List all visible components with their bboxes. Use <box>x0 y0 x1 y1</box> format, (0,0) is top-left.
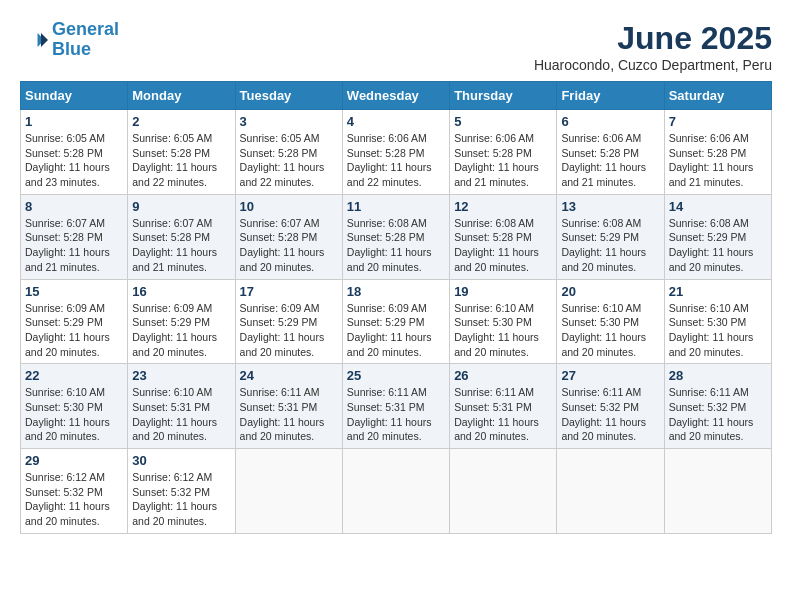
day-info: Sunrise: 6:11 AMSunset: 5:31 PMDaylight:… <box>347 385 445 444</box>
calendar-cell: 1Sunrise: 6:05 AMSunset: 5:28 PMDaylight… <box>21 110 128 195</box>
calendar-cell: 28Sunrise: 6:11 AMSunset: 5:32 PMDayligh… <box>664 364 771 449</box>
day-number: 25 <box>347 368 445 383</box>
day-info: Sunrise: 6:10 AMSunset: 5:30 PMDaylight:… <box>669 301 767 360</box>
calendar-cell <box>664 449 771 534</box>
calendar-cell: 22Sunrise: 6:10 AMSunset: 5:30 PMDayligh… <box>21 364 128 449</box>
day-number: 11 <box>347 199 445 214</box>
calendar-cell: 25Sunrise: 6:11 AMSunset: 5:31 PMDayligh… <box>342 364 449 449</box>
day-number: 9 <box>132 199 230 214</box>
day-info: Sunrise: 6:06 AMSunset: 5:28 PMDaylight:… <box>669 131 767 190</box>
day-info: Sunrise: 6:05 AMSunset: 5:28 PMDaylight:… <box>240 131 338 190</box>
day-number: 18 <box>347 284 445 299</box>
calendar-cell: 20Sunrise: 6:10 AMSunset: 5:30 PMDayligh… <box>557 279 664 364</box>
calendar-cell: 6Sunrise: 6:06 AMSunset: 5:28 PMDaylight… <box>557 110 664 195</box>
calendar-cell: 16Sunrise: 6:09 AMSunset: 5:29 PMDayligh… <box>128 279 235 364</box>
day-number: 7 <box>669 114 767 129</box>
calendar-cell: 7Sunrise: 6:06 AMSunset: 5:28 PMDaylight… <box>664 110 771 195</box>
title-block: June 2025 Huarocondo, Cuzco Department, … <box>534 20 772 73</box>
logo-line1: General <box>52 19 119 39</box>
calendar-cell: 30Sunrise: 6:12 AMSunset: 5:32 PMDayligh… <box>128 449 235 534</box>
calendar-cell: 19Sunrise: 6:10 AMSunset: 5:30 PMDayligh… <box>450 279 557 364</box>
calendar-cell: 21Sunrise: 6:10 AMSunset: 5:30 PMDayligh… <box>664 279 771 364</box>
day-info: Sunrise: 6:09 AMSunset: 5:29 PMDaylight:… <box>132 301 230 360</box>
day-info: Sunrise: 6:06 AMSunset: 5:28 PMDaylight:… <box>561 131 659 190</box>
day-info: Sunrise: 6:09 AMSunset: 5:29 PMDaylight:… <box>25 301 123 360</box>
day-number: 30 <box>132 453 230 468</box>
calendar-header-row: SundayMondayTuesdayWednesdayThursdayFrid… <box>21 82 772 110</box>
day-number: 21 <box>669 284 767 299</box>
week-row-3: 15Sunrise: 6:09 AMSunset: 5:29 PMDayligh… <box>21 279 772 364</box>
day-header-friday: Friday <box>557 82 664 110</box>
logo-icon <box>20 26 48 54</box>
day-info: Sunrise: 6:09 AMSunset: 5:29 PMDaylight:… <box>347 301 445 360</box>
day-info: Sunrise: 6:11 AMSunset: 5:31 PMDaylight:… <box>454 385 552 444</box>
calendar-cell: 13Sunrise: 6:08 AMSunset: 5:29 PMDayligh… <box>557 194 664 279</box>
day-info: Sunrise: 6:08 AMSunset: 5:29 PMDaylight:… <box>561 216 659 275</box>
calendar-cell: 11Sunrise: 6:08 AMSunset: 5:28 PMDayligh… <box>342 194 449 279</box>
week-row-1: 1Sunrise: 6:05 AMSunset: 5:28 PMDaylight… <box>21 110 772 195</box>
calendar-cell <box>342 449 449 534</box>
day-header-thursday: Thursday <box>450 82 557 110</box>
week-row-4: 22Sunrise: 6:10 AMSunset: 5:30 PMDayligh… <box>21 364 772 449</box>
day-info: Sunrise: 6:10 AMSunset: 5:30 PMDaylight:… <box>25 385 123 444</box>
day-info: Sunrise: 6:08 AMSunset: 5:29 PMDaylight:… <box>669 216 767 275</box>
calendar-cell: 27Sunrise: 6:11 AMSunset: 5:32 PMDayligh… <box>557 364 664 449</box>
calendar-cell: 4Sunrise: 6:06 AMSunset: 5:28 PMDaylight… <box>342 110 449 195</box>
logo-line2: Blue <box>52 39 91 59</box>
calendar-cell: 23Sunrise: 6:10 AMSunset: 5:31 PMDayligh… <box>128 364 235 449</box>
day-number: 27 <box>561 368 659 383</box>
location: Huarocondo, Cuzco Department, Peru <box>534 57 772 73</box>
day-info: Sunrise: 6:06 AMSunset: 5:28 PMDaylight:… <box>347 131 445 190</box>
day-number: 16 <box>132 284 230 299</box>
day-number: 29 <box>25 453 123 468</box>
day-header-sunday: Sunday <box>21 82 128 110</box>
calendar-cell: 9Sunrise: 6:07 AMSunset: 5:28 PMDaylight… <box>128 194 235 279</box>
day-number: 24 <box>240 368 338 383</box>
calendar-cell: 8Sunrise: 6:07 AMSunset: 5:28 PMDaylight… <box>21 194 128 279</box>
day-info: Sunrise: 6:08 AMSunset: 5:28 PMDaylight:… <box>347 216 445 275</box>
day-number: 28 <box>669 368 767 383</box>
day-info: Sunrise: 6:07 AMSunset: 5:28 PMDaylight:… <box>240 216 338 275</box>
calendar-cell: 17Sunrise: 6:09 AMSunset: 5:29 PMDayligh… <box>235 279 342 364</box>
day-info: Sunrise: 6:06 AMSunset: 5:28 PMDaylight:… <box>454 131 552 190</box>
calendar-cell: 29Sunrise: 6:12 AMSunset: 5:32 PMDayligh… <box>21 449 128 534</box>
day-number: 3 <box>240 114 338 129</box>
day-info: Sunrise: 6:07 AMSunset: 5:28 PMDaylight:… <box>132 216 230 275</box>
calendar-table: SundayMondayTuesdayWednesdayThursdayFrid… <box>20 81 772 534</box>
day-info: Sunrise: 6:11 AMSunset: 5:32 PMDaylight:… <box>669 385 767 444</box>
day-header-saturday: Saturday <box>664 82 771 110</box>
day-number: 2 <box>132 114 230 129</box>
calendar-cell <box>235 449 342 534</box>
calendar-cell <box>450 449 557 534</box>
day-number: 10 <box>240 199 338 214</box>
day-number: 6 <box>561 114 659 129</box>
day-info: Sunrise: 6:10 AMSunset: 5:30 PMDaylight:… <box>561 301 659 360</box>
day-info: Sunrise: 6:08 AMSunset: 5:28 PMDaylight:… <box>454 216 552 275</box>
day-number: 19 <box>454 284 552 299</box>
day-info: Sunrise: 6:12 AMSunset: 5:32 PMDaylight:… <box>132 470 230 529</box>
day-number: 26 <box>454 368 552 383</box>
day-header-wednesday: Wednesday <box>342 82 449 110</box>
day-number: 5 <box>454 114 552 129</box>
calendar-cell: 15Sunrise: 6:09 AMSunset: 5:29 PMDayligh… <box>21 279 128 364</box>
day-info: Sunrise: 6:07 AMSunset: 5:28 PMDaylight:… <box>25 216 123 275</box>
calendar-cell: 26Sunrise: 6:11 AMSunset: 5:31 PMDayligh… <box>450 364 557 449</box>
day-info: Sunrise: 6:10 AMSunset: 5:30 PMDaylight:… <box>454 301 552 360</box>
day-info: Sunrise: 6:05 AMSunset: 5:28 PMDaylight:… <box>132 131 230 190</box>
day-info: Sunrise: 6:09 AMSunset: 5:29 PMDaylight:… <box>240 301 338 360</box>
day-number: 4 <box>347 114 445 129</box>
day-number: 20 <box>561 284 659 299</box>
calendar-cell: 3Sunrise: 6:05 AMSunset: 5:28 PMDaylight… <box>235 110 342 195</box>
calendar-body: 1Sunrise: 6:05 AMSunset: 5:28 PMDaylight… <box>21 110 772 534</box>
logo-text: General Blue <box>52 20 119 60</box>
day-number: 23 <box>132 368 230 383</box>
day-header-monday: Monday <box>128 82 235 110</box>
page-header: General Blue June 2025 Huarocondo, Cuzco… <box>20 20 772 73</box>
day-info: Sunrise: 6:11 AMSunset: 5:32 PMDaylight:… <box>561 385 659 444</box>
calendar-cell <box>557 449 664 534</box>
month-title: June 2025 <box>534 20 772 57</box>
day-number: 13 <box>561 199 659 214</box>
day-info: Sunrise: 6:11 AMSunset: 5:31 PMDaylight:… <box>240 385 338 444</box>
day-info: Sunrise: 6:10 AMSunset: 5:31 PMDaylight:… <box>132 385 230 444</box>
day-number: 17 <box>240 284 338 299</box>
